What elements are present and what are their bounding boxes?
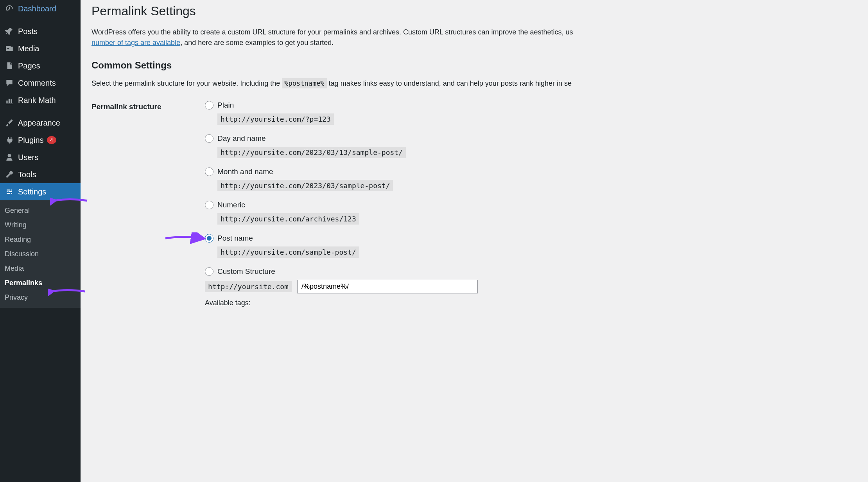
example-day-name: http://yoursite.com/2023/03/13/sample-po… <box>217 147 406 158</box>
menu-label: Rank Math <box>18 96 56 105</box>
menu-comments[interactable]: Comments <box>0 74 81 92</box>
postname-tag: %postname% <box>282 78 326 88</box>
label-day-name: Day and name <box>217 134 266 143</box>
label-post-name: Post name <box>217 234 253 243</box>
radio-month-name[interactable] <box>205 167 213 176</box>
media-icon <box>5 44 14 53</box>
update-badge: 4 <box>47 136 56 144</box>
chart-icon <box>5 95 14 105</box>
brush-icon <box>5 118 14 128</box>
submenu-media[interactable]: Media <box>0 261 81 276</box>
menu-label: Appearance <box>18 119 60 128</box>
label-plain: Plain <box>217 101 234 110</box>
section-desc: Select the permalink structure for your … <box>91 78 857 89</box>
intro-text: WordPress offers you the ability to crea… <box>91 27 857 48</box>
wrench-icon <box>5 170 14 179</box>
menu-plugins[interactable]: Plugins 4 <box>0 131 81 149</box>
plug-icon <box>5 135 14 145</box>
settings-icon <box>5 187 14 196</box>
menu-label: Users <box>18 153 38 162</box>
submenu-discussion[interactable]: Discussion <box>0 247 81 261</box>
available-tags-label: Available tags: <box>205 299 857 307</box>
label-month-name: Month and name <box>217 167 273 176</box>
page-title: Permalink Settings <box>91 4 857 18</box>
user-icon <box>5 153 14 162</box>
menu-pages[interactable]: Pages <box>0 57 81 74</box>
pin-icon <box>5 27 14 36</box>
menu-users[interactable]: Users <box>0 149 81 166</box>
menu-label: Posts <box>18 27 38 36</box>
menu-label: Tools <box>18 170 36 179</box>
submenu-permalinks[interactable]: Permalinks <box>0 276 81 290</box>
menu-label: Settings <box>18 187 46 196</box>
example-month-name: http://yoursite.com/2023/03/sample-post/ <box>217 180 393 191</box>
example-numeric: http://yoursite.com/archives/123 <box>217 213 359 225</box>
menu-label: Media <box>18 44 39 53</box>
menu-media[interactable]: Media <box>0 40 81 57</box>
settings-submenu: General Writing Reading Discussion Media… <box>0 200 81 308</box>
radio-post-name[interactable] <box>205 234 213 243</box>
main-content: Permalink Settings WordPress offers you … <box>81 0 868 482</box>
submenu-privacy[interactable]: Privacy <box>0 290 81 305</box>
label-custom: Custom Structure <box>217 267 275 276</box>
custom-prefix: http://yoursite.com <box>205 281 292 292</box>
menu-tools[interactable]: Tools <box>0 166 81 183</box>
submenu-general[interactable]: General <box>0 203 81 218</box>
radio-numeric[interactable] <box>205 201 213 209</box>
menu-appearance[interactable]: Appearance <box>0 114 81 131</box>
dashboard-icon <box>5 4 14 13</box>
section-heading: Common Settings <box>91 60 857 71</box>
menu-label: Plugins <box>18 136 44 145</box>
menu-rankmath[interactable]: Rank Math <box>0 92 81 109</box>
tags-link[interactable]: number of tags are available <box>91 39 180 47</box>
page-icon <box>5 61 14 70</box>
radio-custom[interactable] <box>205 267 213 276</box>
label-numeric: Numeric <box>217 201 245 209</box>
radio-day-name[interactable] <box>205 134 213 143</box>
comment-icon <box>5 78 14 88</box>
menu-posts[interactable]: Posts <box>0 23 81 40</box>
menu-label: Pages <box>18 61 40 70</box>
radio-plain[interactable] <box>205 101 213 110</box>
admin-sidebar: Dashboard Posts Media Pages Comments Ran… <box>0 0 81 482</box>
submenu-reading[interactable]: Reading <box>0 232 81 247</box>
example-post-name: http://yoursite.com/sample-post/ <box>217 246 359 258</box>
menu-dashboard[interactable]: Dashboard <box>0 0 81 17</box>
custom-structure-input[interactable] <box>297 280 478 293</box>
menu-label: Dashboard <box>18 4 56 13</box>
submenu-writing[interactable]: Writing <box>0 218 81 232</box>
menu-settings[interactable]: Settings <box>0 183 81 200</box>
example-plain: http://yoursite.com/?p=123 <box>217 113 334 125</box>
menu-label: Comments <box>18 79 56 88</box>
structure-label: Permalink structure <box>91 101 205 317</box>
